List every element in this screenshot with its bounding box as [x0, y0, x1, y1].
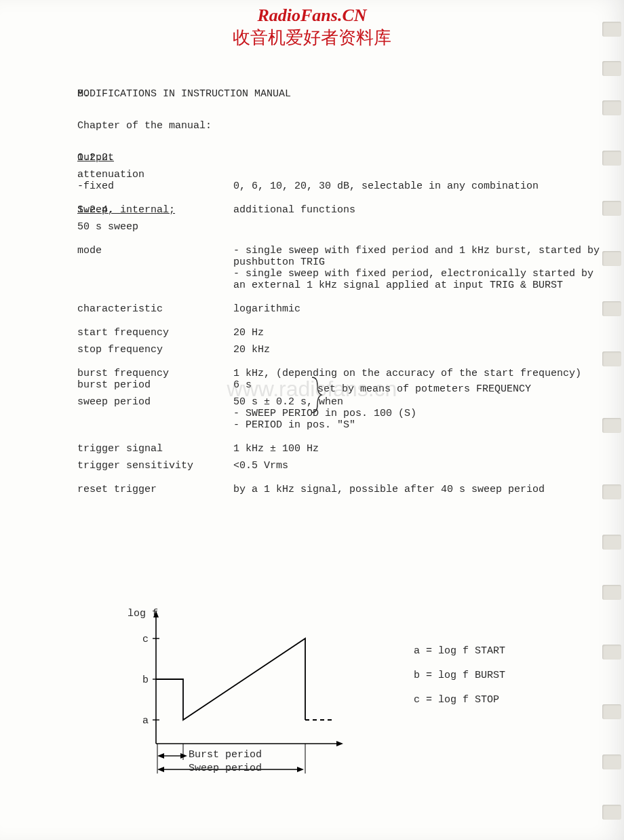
- sweep-diagram: log f c b a Burst period Sweep period a …: [122, 608, 597, 798]
- brace-icon: [309, 375, 323, 415]
- punch-hole: [602, 151, 621, 166]
- sweep-period-value-2: - SWEEP PERIOD in pos. 100 (S): [233, 408, 604, 419]
- mode-line-1: - single sweep with fixed period and 1 k…: [233, 245, 604, 268]
- trigger-signal-label: trigger signal: [77, 443, 227, 455]
- section-title: MODIFICATIONS IN INSTRUCTION MANUAL: [77, 88, 604, 100]
- punch-hole: [602, 61, 621, 76]
- legend-c: c = log f STOP: [414, 688, 505, 712]
- brace-note: set by means of potmeters FREQUENCY: [317, 383, 531, 395]
- punch-hole: [602, 645, 621, 660]
- burst-period-label: burst period: [77, 379, 227, 391]
- y-tick-c: c: [142, 634, 149, 645]
- punch-hole: [602, 535, 621, 550]
- legend-a: a = log f START: [414, 639, 505, 664]
- subsection-num: 1.2.4.: [20, 204, 77, 216]
- section-letter: B.: [20, 88, 77, 100]
- punch-hole: [602, 585, 621, 600]
- svg-marker-12: [157, 767, 164, 772]
- subsection-title: Sweep, internal;: [77, 204, 175, 216]
- sweep-50s: 50 s sweep: [77, 221, 227, 233]
- reset-trigger-label: reset trigger: [77, 484, 227, 495]
- punch-hole: [602, 351, 621, 366]
- svg-marker-3: [336, 741, 343, 746]
- burst-frequency-value: 1 kHz, (depending on the accuracy of the…: [227, 368, 604, 379]
- diagram-legend: a = log f START b = log f BURST c = log …: [414, 639, 505, 712]
- punch-hole: [602, 704, 621, 719]
- burst-frequency-label: burst frequency: [77, 368, 227, 379]
- chapter-line: Chapter of the manual:: [77, 120, 604, 132]
- start-frequency-label: start frequency: [77, 327, 227, 339]
- punch-hole: [602, 201, 621, 216]
- svg-marker-13: [297, 767, 304, 772]
- sweep-period-value-1: 50 s ± 0.2 s, when: [233, 396, 604, 408]
- stop-frequency-label: stop frequency: [77, 344, 227, 356]
- punch-hole: [602, 805, 621, 820]
- trigger-sensitivity-value: <0.5 Vrms: [227, 460, 604, 472]
- fixed-label: -fixed: [77, 180, 227, 192]
- punch-hole: [602, 100, 621, 115]
- burst-period-label: Burst period: [189, 749, 262, 761]
- fixed-value: 0, 6, 10, 20, 30 dB, selectable in any c…: [227, 180, 604, 192]
- svg-marker-9: [157, 753, 164, 759]
- document-body: B. MODIFICATIONS IN INSTRUCTION MANUAL C…: [20, 88, 604, 495]
- sweep-period-label: sweep period: [77, 396, 227, 431]
- subsection-num: 1.2.2.: [20, 152, 77, 164]
- characteristic-label: characteristic: [77, 303, 227, 315]
- reset-trigger-value: by a 1 kHz signal, possible after 40 s s…: [227, 484, 604, 495]
- trigger-sensitivity-label: trigger sensitivity: [77, 460, 227, 472]
- punch-hole: [602, 484, 621, 499]
- page: RadioFans.CN 收音机爱好者资料库 www.radiofans.cn …: [0, 0, 624, 840]
- start-frequency-value: 20 Hz: [227, 327, 604, 339]
- subsection-title-value: additional functions: [227, 204, 604, 216]
- attenuation-label: attenuation: [77, 169, 227, 180]
- svg-marker-10: [180, 753, 187, 759]
- subsection-title: Output: [77, 152, 227, 164]
- trigger-signal-value: 1 kHz ± 100 Hz: [227, 443, 604, 455]
- punch-hole: [602, 251, 621, 266]
- y-tick-a: a: [142, 715, 149, 727]
- punch-hole: [602, 418, 621, 433]
- site-name-cn: 收音机爱好者资料库: [0, 26, 624, 50]
- y-tick-b: b: [142, 674, 149, 686]
- punch-hole: [602, 301, 621, 316]
- characteristic-value: logarithmic: [227, 303, 604, 315]
- stop-frequency-value: 20 kHz: [227, 344, 604, 356]
- sweep-period-value-3: - PERIOD in pos. "S": [233, 419, 604, 431]
- site-name-en: RadioFans.CN: [257, 5, 366, 26]
- legend-b: b = log f BURST: [414, 664, 505, 688]
- punch-hole: [602, 755, 621, 769]
- mode-line-2: - single sweep with fixed period, electr…: [233, 268, 604, 291]
- y-axis-label: log f: [128, 608, 158, 619]
- watermark-header: RadioFans.CN 收音机爱好者资料库: [0, 5, 624, 50]
- sweep-period-label: Sweep period: [189, 763, 262, 774]
- mode-label: mode: [77, 245, 227, 291]
